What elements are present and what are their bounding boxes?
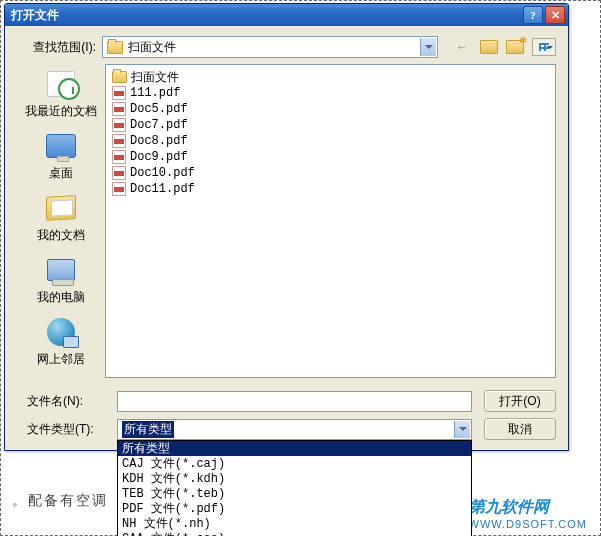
dialog-body: 查找范围(I): 扫面文件 ← 我最近的文档 桌面 我的文档 我的电脑 网上邻居 (5, 26, 568, 450)
pdf-icon (112, 118, 126, 132)
filename-label: 文件名(N): (17, 393, 117, 410)
filetype-option[interactable]: TEB 文件(*.teb) (118, 486, 471, 501)
file-item[interactable]: Doc8.pdf (110, 133, 551, 149)
places-bar: 我最近的文档 桌面 我的文档 我的电脑 网上邻居 (17, 64, 105, 378)
places-documents[interactable]: 我的文档 (25, 192, 97, 244)
recent-docs-icon (47, 71, 75, 97)
up-one-level-button[interactable] (480, 40, 498, 54)
titlebar[interactable]: 打开文件 ? ✕ (5, 4, 568, 26)
file-item[interactable]: Doc7.pdf (110, 117, 551, 133)
cancel-button[interactable]: 取消 (484, 418, 556, 440)
pdf-icon (112, 134, 126, 148)
filetype-option[interactable]: KDH 文件(*.kdh) (118, 471, 471, 486)
open-file-dialog: 打开文件 ? ✕ 查找范围(I): 扫面文件 ← 我最近的文档 桌面 我的文档 (4, 3, 569, 451)
file-item[interactable]: Doc11.pdf (110, 181, 551, 197)
pdf-icon (112, 182, 126, 196)
lookin-label: 查找范围(I): (17, 39, 102, 56)
file-item[interactable]: Doc5.pdf (110, 101, 551, 117)
filetype-combobox[interactable]: 所有类型 (117, 419, 472, 440)
close-button[interactable]: ✕ (545, 6, 565, 24)
lookin-combobox[interactable]: 扫面文件 (102, 36, 438, 58)
view-menu-button[interactable] (532, 38, 556, 56)
folder-icon (112, 71, 127, 83)
places-computer[interactable]: 我的电脑 (25, 254, 97, 306)
network-icon (47, 318, 75, 346)
computer-icon (47, 259, 75, 281)
open-button[interactable]: 打开(O) (484, 390, 556, 412)
filetype-label: 文件类型(T): (17, 421, 117, 438)
file-list[interactable]: 扫面文件111.pdfDoc5.pdfDoc7.pdfDoc8.pdfDoc9.… (105, 64, 556, 378)
pdf-icon (112, 102, 126, 116)
filetype-option[interactable]: CAJ 文件(*.caj) (118, 456, 471, 471)
pdf-icon (112, 86, 126, 100)
pdf-icon (112, 166, 126, 180)
filetype-option[interactable]: NH 文件(*.nh) (118, 516, 471, 531)
watermark: 第九软件网 WWW.D9SOFT.COM (469, 497, 588, 530)
dialog-title: 打开文件 (11, 7, 521, 24)
pdf-icon (112, 150, 126, 164)
lookin-value: 扫面文件 (128, 39, 176, 56)
folder-icon (107, 41, 123, 54)
file-item[interactable]: Doc10.pdf (110, 165, 551, 181)
new-folder-button[interactable] (506, 40, 524, 54)
chevron-down-icon[interactable] (420, 38, 436, 56)
desktop-icon (46, 134, 76, 158)
file-item[interactable]: 111.pdf (110, 85, 551, 101)
back-button[interactable]: ← (452, 38, 472, 56)
filetype-dropdown[interactable]: 所有类型CAJ 文件(*.caj)KDH 文件(*.kdh)TEB 文件(*.t… (117, 440, 472, 537)
filename-input[interactable] (117, 391, 472, 412)
help-button[interactable]: ? (523, 6, 543, 24)
places-desktop[interactable]: 桌面 (25, 130, 97, 182)
chevron-down-icon[interactable] (454, 421, 470, 438)
file-item[interactable]: Doc9.pdf (110, 149, 551, 165)
places-network[interactable]: 网上邻居 (25, 316, 97, 368)
documents-icon (46, 195, 76, 221)
folder-item[interactable]: 扫面文件 (110, 69, 551, 85)
filetype-value: 所有类型 (122, 421, 174, 438)
places-recent[interactable]: 我最近的文档 (25, 68, 97, 120)
filetype-option[interactable]: PDF 文件(*.pdf) (118, 501, 471, 516)
filetype-option[interactable]: 所有类型 (118, 441, 471, 456)
filetype-option[interactable]: CAA 文件(*.caa) (118, 531, 471, 537)
